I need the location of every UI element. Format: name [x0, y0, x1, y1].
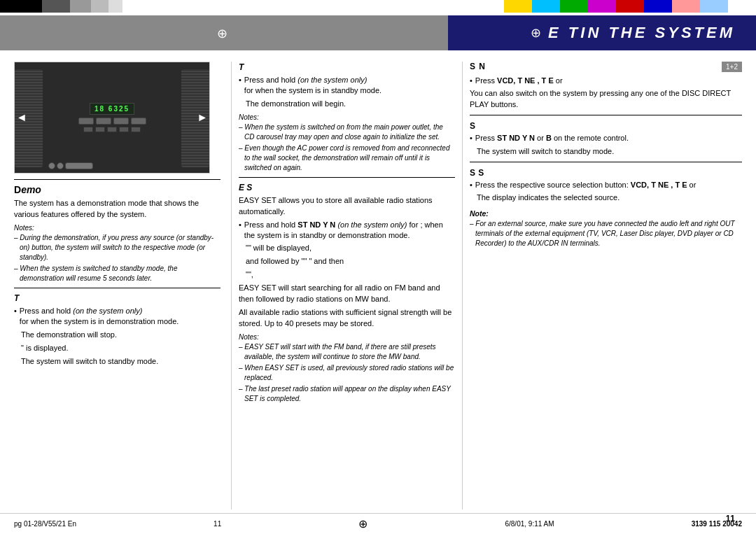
switch-bullet: • Press VCD, T NE , T E or — [470, 76, 742, 86]
easy-set-title: E S — [239, 182, 455, 192]
badge: 1+2 — [722, 62, 742, 72]
footer-bar: pg 01-28/V55/21 En 11 ⊕ 6/8/01, 9:11 AM … — [0, 513, 756, 534]
demo-body: The system has a demonstration mode that… — [14, 198, 220, 220]
note-mid-1: – When the system is switched on from th… — [239, 122, 455, 142]
divider-mid-1 — [239, 177, 455, 178]
function-buttons — [83, 127, 141, 132]
turn-on-section: T • Press and hold (on the system only) … — [239, 62, 455, 173]
turn-on-notes: Notes: – When the system is switched on … — [239, 113, 455, 173]
switching-on-section: S N 1+2 • Press VCD, T NE , T E or You c… — [470, 62, 742, 111]
note-right-1: – For an external source, make sure you … — [470, 219, 742, 248]
page-title: E TIN THE SYSTEM — [548, 24, 735, 42]
switching-title: S N — [470, 62, 486, 71]
easy-set-all: All available radio stations with suffic… — [239, 307, 455, 330]
switch-body: You can also switch on the system by pre… — [470, 88, 742, 111]
easy-set-search: EASY SET will start searching for all ra… — [239, 283, 455, 305]
bottom-controls — [48, 162, 93, 169]
right-arrow-icon[interactable]: ► — [197, 111, 208, 124]
display-screen: 18 6325 — [90, 103, 134, 115]
easy-set-quote: "", — [239, 269, 455, 281]
right-column: S N 1+2 • Press VCD, T NE , T E or You c… — [462, 62, 742, 510]
left-column: 18 6325 — [14, 62, 231, 510]
standby-title: S — [470, 121, 742, 131]
left-arrow-icon[interactable]: ◄ — [16, 111, 27, 124]
main-content: 18 6325 — [0, 55, 756, 517]
source-result: The display indicates the selected sourc… — [470, 192, 742, 204]
demo-notes: Notes: – During the demonstration, if yo… — [14, 224, 220, 283]
easy-note-1: – EASY SET will start with the FM band, … — [239, 342, 455, 362]
note-1: – During the demonstration, if you press… — [14, 233, 220, 262]
standby-section: S • Press ST ND Y N or B on the remote c… — [470, 121, 742, 157]
divider-2 — [14, 288, 220, 288]
divider-1 — [14, 179, 220, 180]
bottom-crosshair-icon: ⊕ — [358, 517, 368, 531]
demo-title: Demo — [14, 184, 220, 195]
device-image: 18 6325 — [14, 62, 210, 174]
turn-off-bullet: • Press and hold (on the system only) fo… — [14, 306, 220, 328]
turn-off-title: T — [14, 293, 220, 303]
easy-note-2: – When EASY SET is used, all previously … — [239, 363, 455, 383]
footer-page-left: 11 — [214, 520, 221, 528]
demo-section: Demo The system has a demonstration mode… — [14, 184, 220, 283]
footer-product-code: 3139 115 20042 — [692, 520, 742, 528]
easy-note-3: – The last preset radio station will app… — [239, 384, 455, 404]
turn-off-section: T • Press and hold (on the system only) … — [14, 293, 220, 367]
easy-set-section: E S EASY SET allows you to store all ava… — [239, 182, 455, 404]
easy-set-then: and followed by "" " and then — [239, 256, 455, 267]
easy-set-will: "" will be displayed, — [239, 243, 455, 254]
header-title-area: ⊕ E TIN THE SYSTEM — [448, 15, 756, 50]
standby-result: The system will switch to standby mode. — [470, 146, 742, 157]
color-registration-bar — [0, 0, 756, 13]
switch-standby: The system will switch to standby mode. — [14, 356, 220, 367]
note-section: Note: – For an external source, make sur… — [470, 209, 742, 248]
demo-begin: The demonstration will begin. — [239, 99, 455, 110]
source-title: S S — [470, 168, 742, 178]
source-section: S S • Press the respective source select… — [470, 168, 742, 204]
turn-on-bullet: • Press and hold (on the system only) fo… — [239, 75, 455, 97]
header-bar: ⊕ ⊕ E TIN THE SYSTEM — [0, 15, 756, 50]
divider-right-2 — [470, 162, 742, 162]
is-displayed: " is displayed. — [14, 343, 220, 354]
easy-set-bullet: • Press and hold ST ND Y N (on the syste… — [239, 220, 455, 241]
footer-date: 6/8/01, 9:11 AM — [505, 520, 554, 528]
note-2: – When the system is switched to standby… — [14, 264, 220, 283]
control-buttons — [78, 118, 146, 125]
note-label: Note: — [470, 209, 742, 218]
standby-bullet: • Press ST ND Y N or B on the remote con… — [470, 133, 742, 143]
source-bullet: • Press the respective source selection … — [470, 180, 742, 190]
easy-set-notes: Notes: – EASY SET will start with the FM… — [239, 333, 455, 404]
header-gray-area: ⊕ — [0, 15, 448, 50]
notes-title-mid: Notes: — [239, 113, 455, 121]
notes-title: Notes: — [14, 224, 220, 232]
switching-header: S N 1+2 — [470, 62, 742, 73]
demo-stop: The demonstration will stop. — [14, 330, 220, 341]
footer-left: pg 01-28/V55/21 En — [14, 520, 76, 528]
middle-column: T • Press and hold (on the system only) … — [231, 62, 462, 510]
note-mid-2: – Even though the AC power cord is remov… — [239, 143, 455, 173]
turn-on-title: T — [239, 62, 455, 72]
crosshair-icon: ⊕ — [531, 25, 541, 41]
easy-notes-title: Notes: — [239, 333, 455, 341]
easy-set-body: EASY SET allows you to store all availab… — [239, 195, 455, 218]
divider-right-1 — [470, 115, 742, 115]
